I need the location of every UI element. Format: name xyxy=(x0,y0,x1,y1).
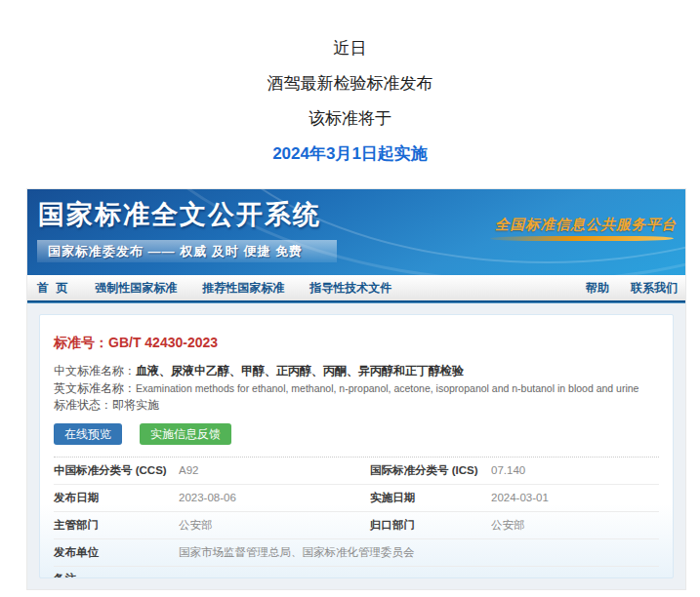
en-name-line: 英文标准名称：Examination methods for ethanol, … xyxy=(54,380,659,398)
status-line: 标准状态：即将实施 xyxy=(54,397,659,415)
detail-label-ics: 国际标准分类号 (ICS) xyxy=(370,458,491,484)
standard-detail-card: 标准号：GB/T 42430-2023 中文标准名称：血液、尿液中乙醇、甲醇、正… xyxy=(39,314,674,578)
site-header-banner: 国家标准全文公开系统 国家标准委发布 —— 权威 及时 便捷 免费 全国标准信息… xyxy=(27,189,685,275)
detail-value-publisher: 国家市场监督管理总局、国家标准化管理委员会 xyxy=(179,539,659,566)
nav-item-help[interactable]: 帮助 xyxy=(586,280,609,297)
standards-site-screenshot: 国家标准全文公开系统 国家标准委发布 —— 权威 及时 便捷 免费 全国标准信息… xyxy=(27,189,685,589)
status-label: 标准状态： xyxy=(54,398,112,412)
en-name-label: 英文标准名称： xyxy=(54,381,136,395)
intro-line-2: 酒驾最新检验标准发布 xyxy=(0,72,700,95)
detail-label-publish-date: 发布日期 xyxy=(54,485,179,511)
table-row: 中国标准分类号 (CCS) A92 国际标准分类号 (ICS) 07.140 xyxy=(54,458,659,485)
detail-label-remarks: 备注 xyxy=(54,567,179,579)
site-subtitle-strip: 国家标准委发布 —— 权威 及时 便捷 免费 xyxy=(37,240,337,262)
platform-banner-text: 全国标准信息公共服务平台 xyxy=(495,216,677,234)
table-row: 发布单位 国家市场监督管理总局、国家标准化管理委员会 xyxy=(54,539,659,567)
cn-name-label: 中文标准名称： xyxy=(54,364,136,378)
detail-value-publish-date: 2023-08-06 xyxy=(179,485,370,511)
status-value: 即将实施 xyxy=(112,398,159,412)
detail-value-implement-date: 2024-03-01 xyxy=(491,485,659,511)
page-body: 标准号：GB/T 42430-2023 中文标准名称：血液、尿液中乙醇、甲醇、正… xyxy=(27,303,685,589)
detail-label-ccs: 中国标准分类号 (CCS) xyxy=(54,458,179,484)
nav-item-contact[interactable]: 联系我们 xyxy=(631,280,678,297)
detail-value-remarks xyxy=(179,567,659,579)
implementation-feedback-button[interactable]: 实施信息反馈 xyxy=(140,423,231,445)
detail-value-ccs: A92 xyxy=(179,458,370,484)
table-row: 备注 xyxy=(54,567,659,579)
nav-item-home[interactable]: 首 页 xyxy=(37,280,69,297)
detail-value-centralized-dept: 公安部 xyxy=(491,512,659,538)
table-row: 发布日期 2023-08-06 实施日期 2024-03-01 xyxy=(54,485,659,512)
intro-line-3: 该标准将于 xyxy=(0,107,700,130)
detail-label-competent-dept: 主管部门 xyxy=(54,512,179,538)
intro-text-block: 近日 酒驾最新检验标准发布 该标准将于 2024年3月1日起实施 xyxy=(0,0,700,165)
detail-value-ics: 07.140 xyxy=(491,458,659,484)
standard-number-line: 标准号：GB/T 42430-2023 xyxy=(54,335,659,352)
cn-name-value: 血液、尿液中乙醇、甲醇、正丙醇、丙酮、异丙醇和正丁醇检验 xyxy=(136,364,464,378)
intro-highlight-date: 2024年3月1日起实施 xyxy=(0,142,700,165)
en-name-value: Examination methods for ethanol, methano… xyxy=(136,382,638,394)
action-buttons-row: 在线预览 实施信息反馈 xyxy=(54,423,659,445)
nav-item-mandatory-standards[interactable]: 强制性国家标准 xyxy=(95,280,177,297)
nav-item-recommended-standards[interactable]: 推荐性国家标准 xyxy=(202,280,284,297)
standard-meta-block: 中文标准名称：血液、尿液中乙醇、甲醇、正丙醇、丙酮、异丙醇和正丁醇检验 英文标准… xyxy=(54,363,659,415)
standard-number-value: GB/T 42430-2023 xyxy=(108,335,218,350)
detail-value-competent-dept: 公安部 xyxy=(179,512,370,538)
cn-name-line: 中文标准名称：血液、尿液中乙醇、甲醇、正丙醇、丙酮、异丙醇和正丁醇检验 xyxy=(54,363,659,380)
intro-line-1: 近日 xyxy=(0,37,700,60)
main-nav-bar: 首 页 强制性国家标准 推荐性国家标准 指导性技术文件 帮助 联系我们 xyxy=(27,275,685,302)
detail-label-publisher: 发布单位 xyxy=(54,539,179,566)
platform-underline-swoosh xyxy=(489,236,675,241)
detail-label-implement-date: 实施日期 xyxy=(370,485,491,511)
online-preview-button[interactable]: 在线预览 xyxy=(54,423,122,445)
nav-item-guiding-documents[interactable]: 指导性技术文件 xyxy=(309,280,391,297)
standard-number-label: 标准号： xyxy=(54,335,108,350)
site-title: 国家标准全文公开系统 xyxy=(38,197,321,232)
detail-label-centralized-dept: 归口部门 xyxy=(370,512,491,538)
table-row: 主管部门 公安部 归口部门 公安部 xyxy=(54,512,659,539)
